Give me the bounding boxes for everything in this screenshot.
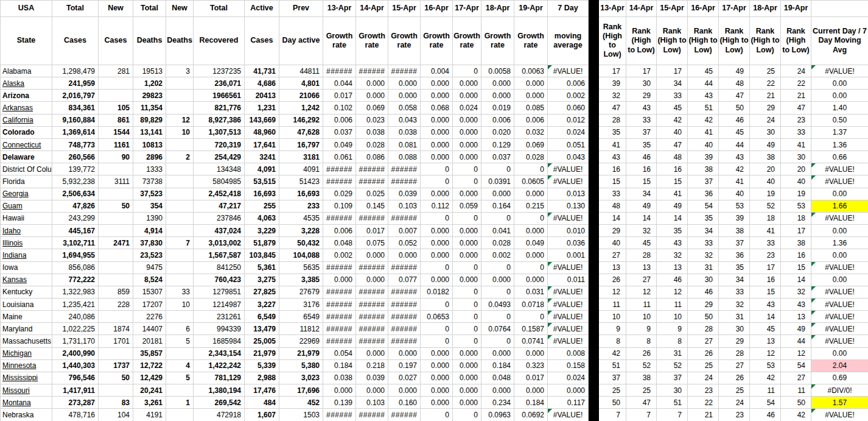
cell-growth-17-apr[interactable]: 0	[453, 298, 481, 310]
col-header-rank-14-apr[interactable]: Rank (High to Low)	[626, 17, 657, 65]
cell-moving-average[interactable]: 0.010	[548, 225, 589, 237]
cell-growth-15-apr[interactable]: 0.038	[388, 126, 421, 138]
cell-prev-day-active[interactable]: 1503	[279, 409, 323, 421]
cell-growth-18-apr[interactable]: 0.234	[481, 397, 514, 409]
cell-rank-14-apr[interactable]: 17	[626, 65, 657, 77]
cell-growth-13-apr[interactable]: ######	[323, 175, 356, 188]
cell-rank-13-apr[interactable]: 10	[599, 311, 626, 323]
cell-new-deaths[interactable]	[166, 249, 194, 261]
cell-rank-14-apr[interactable]: 14	[626, 212, 657, 224]
cell-total-recovered[interactable]: 1,422,242	[194, 359, 245, 372]
cell-active-cases[interactable]: 20413	[245, 90, 279, 102]
cell-growth-15-apr[interactable]: ######	[388, 286, 421, 298]
cell-rank-15-apr[interactable]: 42	[657, 114, 688, 126]
cell-rank-14-apr[interactable]: 45	[626, 237, 657, 249]
cell-rank-18-apr[interactable]: 53	[750, 359, 781, 372]
cell-rank-15-apr[interactable]: 41	[657, 188, 688, 200]
cell-state[interactable]: Nebraska	[1, 409, 52, 421]
cell-state[interactable]: Idaho	[1, 225, 52, 237]
cell-growth-16-apr[interactable]: 0	[421, 163, 453, 175]
cell-total-deaths[interactable]: 15307	[133, 286, 166, 298]
cell-rank-14-apr[interactable]: 33	[626, 114, 657, 126]
cell-growth-17-apr[interactable]: 0	[453, 163, 481, 175]
cell-growth-13-apr[interactable]: 0.102	[323, 102, 356, 114]
cell-new-cases[interactable]: 105	[99, 102, 133, 114]
cell-rank-13-apr[interactable]: 29	[599, 225, 626, 237]
cell-rank-17-apr[interactable]: 30	[719, 323, 750, 335]
cell-total-recovered[interactable]: 720,319	[194, 138, 245, 150]
cell-growth-14-apr[interactable]: 0.000	[356, 274, 388, 286]
cell-active-cases[interactable]: 17,641	[245, 138, 279, 150]
cell-rank-19-apr[interactable]: 32	[781, 286, 811, 298]
cell-growth-16-apr[interactable]: 0.000	[421, 188, 453, 200]
cell-rank-13-apr[interactable]: 13	[599, 261, 626, 274]
cell-prev-day-active[interactable]: 4091	[279, 163, 323, 175]
cell-total-cases[interactable]: 243,299	[52, 212, 99, 224]
cell-total-cases[interactable]: 9,160,884	[52, 114, 99, 126]
cell-rank-13-apr[interactable]: 47	[599, 102, 626, 114]
cell-rank-13-apr[interactable]: 11	[599, 298, 626, 310]
cell-growth-15-apr[interactable]: 0.000	[388, 90, 421, 102]
cell-prev-day-active[interactable]: 3,023	[279, 372, 323, 384]
cell-prev-day-active[interactable]: 4535	[279, 212, 323, 224]
cell-rank-14-apr[interactable]: 9	[626, 323, 657, 335]
cell-growth-13-apr[interactable]: 0.044	[323, 77, 356, 90]
cell-growth-17-apr[interactable]: 0.000	[453, 138, 481, 150]
cell-total-deaths[interactable]: 89,829	[133, 114, 166, 126]
cell-growth-18-apr[interactable]: 0.000	[481, 384, 514, 397]
cell-rank-15-apr[interactable]: 9	[657, 323, 688, 335]
cell-rank-13-apr[interactable]: 7	[599, 409, 626, 421]
cell-total-cases[interactable]: 47,826	[52, 200, 99, 212]
cell-rank-19-apr[interactable]: 50	[781, 397, 811, 409]
cell-current-ratio[interactable]: #VALUE!	[811, 335, 868, 347]
cell-growth-16-apr[interactable]: 0.000	[421, 77, 453, 90]
cell-growth-13-apr[interactable]: 0.184	[323, 359, 356, 372]
col-header-growth-15-apr[interactable]: 15-Apr	[388, 1, 421, 17]
cell-prev-day-active[interactable]: 17,696	[279, 384, 323, 397]
cell-state[interactable]: Michigan	[1, 347, 52, 359]
cell-rank-15-apr[interactable]: 30	[657, 384, 688, 397]
cell-total-cases[interactable]: 1,235,421	[52, 298, 99, 310]
cell-rank-17-apr[interactable]: 37	[719, 237, 750, 249]
cell-growth-13-apr[interactable]: ######	[323, 335, 356, 347]
cell-rank-14-apr[interactable]: 12	[626, 286, 657, 298]
cell-growth-15-apr[interactable]: 0.000	[388, 77, 421, 90]
cell-new-deaths[interactable]: 5	[166, 372, 194, 384]
col-header-total-deaths[interactable]: Total	[133, 1, 166, 17]
cell-active-cases[interactable]: 255	[245, 200, 279, 212]
cell-growth-13-apr[interactable]: 0.037	[323, 126, 356, 138]
cell-total-cases[interactable]: 1,440,303	[52, 359, 99, 372]
cell-rank-13-apr[interactable]: 48	[599, 200, 626, 212]
cell-prev-day-active[interactable]: 22969	[279, 335, 323, 347]
cell-growth-15-apr[interactable]: 0.103	[388, 200, 421, 212]
cell-growth-18-apr[interactable]: 0.000	[481, 188, 514, 200]
cell-rank-19-apr[interactable]: 24	[781, 65, 811, 77]
cell-growth-17-apr[interactable]: 0.000	[453, 274, 481, 286]
cell-growth-19-apr[interactable]: 0.000	[514, 384, 548, 397]
cell-rank-14-apr[interactable]: 27	[626, 274, 657, 286]
col-header-growth-17-apr[interactable]: 17-Apr	[453, 1, 481, 17]
cell-prev-day-active[interactable]: 4,801	[279, 77, 323, 90]
cell-new-cases[interactable]: 281	[99, 65, 133, 77]
cell-total-recovered[interactable]: 254,429	[194, 151, 245, 163]
cell-total-deaths[interactable]: 19513	[133, 65, 166, 77]
cell-rank-17-apr[interactable]: 36	[719, 249, 750, 261]
cell-state[interactable]: Delaware	[1, 151, 52, 163]
cell-prev-day-active[interactable]: 5635	[279, 261, 323, 274]
cell-new-cases[interactable]	[99, 384, 133, 397]
cell-growth-18-apr[interactable]: 0.000	[481, 274, 514, 286]
cell-rank-17-apr[interactable]: 43	[719, 151, 750, 163]
cell-rank-15-apr[interactable]: 45	[657, 102, 688, 114]
cell-new-deaths[interactable]	[166, 138, 194, 150]
cell-total-deaths[interactable]: 14407	[133, 323, 166, 335]
cell-growth-15-apr[interactable]: 0.027	[388, 372, 421, 384]
cell-new-cases[interactable]: 861	[99, 114, 133, 126]
cell-active-cases[interactable]: 3,229	[245, 225, 279, 237]
col-header-rank-17-apr[interactable]: Rank (High to Low)	[719, 17, 750, 65]
cell-growth-14-apr[interactable]: 0.039	[356, 372, 388, 384]
cell-growth-16-apr[interactable]: 0.000	[421, 397, 453, 409]
cell-rank-16-apr[interactable]: 29	[688, 298, 719, 310]
cell-current-ratio[interactable]: 0.00	[811, 188, 868, 200]
cell-rank-16-apr[interactable]: 41	[688, 126, 719, 138]
cell-moving-average[interactable]: 0.011	[548, 274, 589, 286]
